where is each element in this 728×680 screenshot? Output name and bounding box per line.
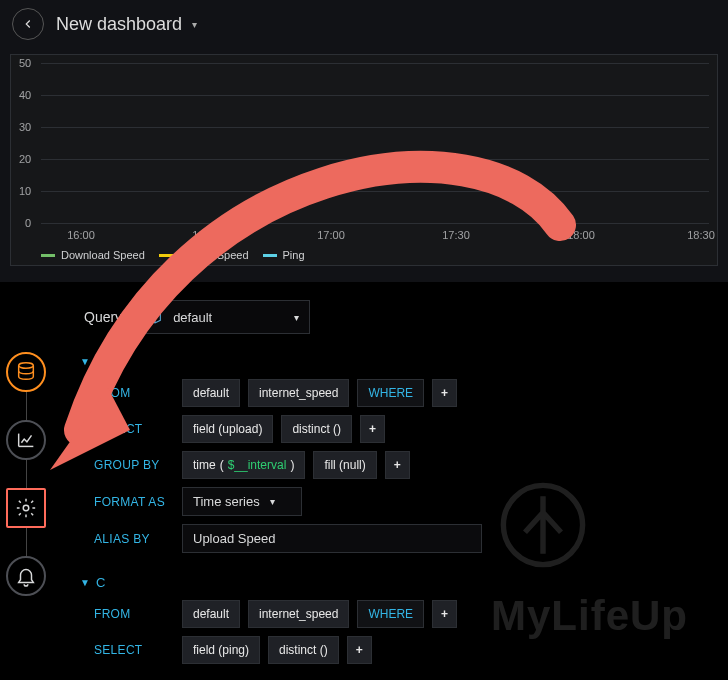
format-as-select[interactable]: Time series ▾ — [182, 487, 302, 516]
where-add-button[interactable]: + — [432, 379, 457, 407]
select-field-chip[interactable]: field (ping) — [182, 636, 260, 664]
chevron-down-icon: ▼ — [80, 356, 90, 367]
select-keyword: SELECT — [94, 422, 174, 436]
format-as-label: FORMAT AS — [94, 495, 174, 509]
from-keyword: FROM — [94, 386, 174, 400]
where-keyword[interactable]: WHERE — [357, 379, 424, 407]
tab-queries[interactable] — [6, 352, 46, 392]
back-button[interactable] — [12, 8, 44, 40]
select-add-button[interactable]: + — [347, 636, 372, 664]
ytick: 50 — [19, 57, 31, 69]
from-db-chip[interactable]: default — [182, 600, 240, 628]
ytick: 0 — [25, 217, 31, 229]
chevron-down-icon: ▼ — [80, 577, 90, 588]
tab-alert[interactable] — [6, 556, 46, 596]
groupby-time-chip[interactable]: time ($__interval) — [182, 451, 305, 479]
chart-panel: 50 40 30 20 10 0 16:00 16:30 17:00 17:30… — [10, 54, 718, 266]
legend-item[interactable]: Download Speed — [41, 249, 145, 261]
database-icon — [15, 361, 37, 383]
xtick: 16:00 — [67, 229, 95, 241]
dashboard-title-dropdown[interactable]: New dashboard ▾ — [56, 14, 197, 35]
from-keyword: FROM — [94, 607, 174, 621]
datasource-icon — [147, 309, 163, 325]
svg-point-0 — [19, 363, 34, 369]
xtick: 17:00 — [317, 229, 345, 241]
ytick: 40 — [19, 89, 31, 101]
xtick: 18:30 — [687, 229, 715, 241]
select-agg-chip[interactable]: distinct () — [281, 415, 352, 443]
bell-icon — [15, 565, 37, 587]
groupby-fill-chip[interactable]: fill (null) — [313, 451, 376, 479]
svg-point-1 — [23, 505, 29, 511]
chevron-down-icon: ▾ — [294, 312, 299, 323]
xtick: 17:30 — [442, 229, 470, 241]
xtick: 16:30 — [192, 229, 220, 241]
query-toggle-c[interactable]: ▼C — [80, 569, 720, 596]
where-keyword[interactable]: WHERE — [357, 600, 424, 628]
chevron-down-icon: ▾ — [270, 496, 275, 507]
groupby-add-button[interactable]: + — [385, 451, 410, 479]
ytick: 10 — [19, 185, 31, 197]
tab-general[interactable] — [6, 488, 46, 528]
legend-item[interactable]: Upload Speed — [159, 249, 249, 261]
from-db-chip[interactable]: default — [182, 379, 240, 407]
select-agg-chip[interactable]: distinct () — [268, 636, 339, 664]
gear-icon — [15, 497, 37, 519]
arrow-left-icon — [21, 17, 35, 31]
query-toggle-b[interactable]: ▼B — [80, 348, 720, 375]
chart-icon — [15, 429, 37, 451]
xtick: 18:00 — [567, 229, 595, 241]
chevron-down-icon: ▾ — [192, 19, 197, 30]
datasource-select[interactable]: default ▾ — [136, 300, 310, 334]
query-section-label: Query — [84, 309, 122, 325]
from-measurement-chip[interactable]: internet_speed — [248, 600, 349, 628]
tab-visualization[interactable] — [6, 420, 46, 460]
select-keyword: SELECT — [94, 643, 174, 657]
groupby-keyword: GROUP BY — [94, 458, 174, 472]
where-add-button[interactable]: + — [432, 600, 457, 628]
from-measurement-chip[interactable]: internet_speed — [248, 379, 349, 407]
ytick: 30 — [19, 121, 31, 133]
page-title: New dashboard — [56, 14, 182, 35]
alias-input[interactable] — [182, 524, 482, 553]
ytick: 20 — [19, 153, 31, 165]
select-field-chip[interactable]: field (upload) — [182, 415, 273, 443]
select-add-button[interactable]: + — [360, 415, 385, 443]
legend-item[interactable]: Ping — [263, 249, 305, 261]
chart-legend: Download Speed Upload Speed Ping — [41, 249, 305, 261]
alias-by-label: ALIAS BY — [94, 532, 174, 546]
